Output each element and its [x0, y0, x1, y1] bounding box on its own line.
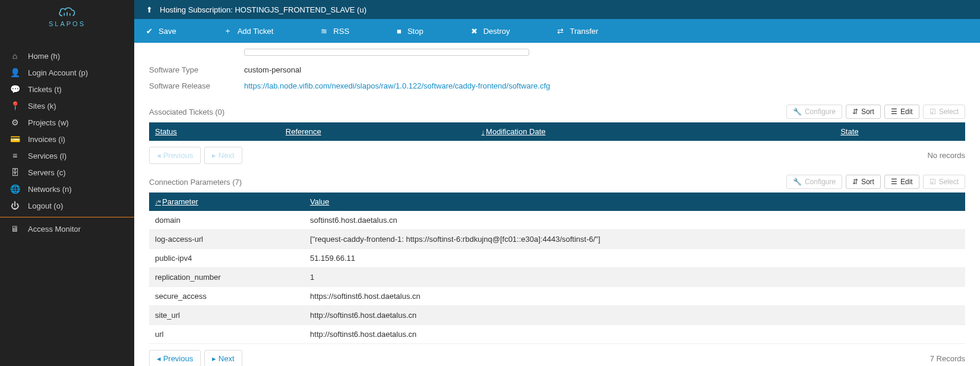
stop-button[interactable]: ■Stop	[397, 27, 423, 36]
check-icon: ☑	[930, 108, 936, 116]
param-value: http://softinst6.host.daetalus.cn	[304, 306, 965, 325]
software-release-link[interactable]: https://lab.node.vifib.com/nexedi/slapos…	[244, 81, 550, 90]
globe-icon: 🌐	[9, 184, 21, 194]
nav: ⌂Home (h) 👤Login Account (p) 💬Tickets (t…	[0, 33, 134, 237]
edit-button[interactable]: ☰Edit	[884, 105, 919, 119]
tickets-table: Status Reference Modification Date State	[149, 122, 965, 141]
page-title: Hosting Subscription: HOSTINGJS_FRONTEND…	[160, 5, 366, 14]
logo[interactable]: SLAPOS	[0, 0, 134, 33]
col-value[interactable]: Value	[310, 197, 329, 206]
params-header: Connection Parameters (7) 🔧Configure ⇵So…	[149, 175, 965, 189]
col-state[interactable]: State	[840, 127, 858, 136]
sort-desc-icon	[482, 127, 486, 136]
tickets-header: Associated Tickets (0) 🔧Configure ⇵Sort …	[149, 105, 965, 119]
previous-button: ◂ Previous	[149, 147, 201, 164]
sidebar-item-home[interactable]: ⌂Home (h)	[0, 48, 134, 64]
sort-button[interactable]: ⇵Sort	[846, 105, 881, 119]
table-row[interactable]: replication_number1	[149, 268, 965, 287]
nav-separator	[0, 217, 134, 217]
col-reference[interactable]: Reference	[286, 127, 321, 136]
list-icon: ☰	[891, 108, 897, 116]
sidebar-item-sites[interactable]: 📍Sites (k)	[0, 97, 134, 114]
wrench-icon: 🔧	[793, 178, 802, 186]
up-icon[interactable]: ⬆	[146, 5, 153, 14]
table-row[interactable]: domainsoftinst6.host.daetalus.cn	[149, 211, 965, 230]
param-value: https://softinst6.host.daetalus.cn	[304, 287, 965, 306]
table-row[interactable]: urlhttp://softinst6.host.daetalus.cn	[149, 325, 965, 344]
sidebar-item-invoices[interactable]: 💳Invoices (i)	[0, 131, 134, 147]
field-label: Software Release	[149, 81, 244, 90]
param-name: log-access-url	[149, 230, 304, 249]
records-text: 7 Records	[930, 354, 965, 363]
save-button[interactable]: ✔Save	[146, 27, 176, 36]
param-value: 1	[304, 268, 965, 287]
param-value: http://softinst6.host.daetalus.cn	[304, 325, 965, 344]
desktop-icon: 🖥	[9, 224, 21, 234]
select-button: ☑Select	[923, 175, 965, 189]
sort-icon: ⇵	[852, 178, 858, 186]
transfer-button[interactable]: ⇄Transfer	[557, 27, 598, 36]
configure-button: 🔧Configure	[786, 105, 842, 119]
sort-alpha-icon	[155, 197, 162, 206]
sidebar-item-monitor[interactable]: 🖥Access Monitor	[0, 220, 134, 237]
field-software-type: Software Type custom-personal	[149, 62, 965, 78]
rss-button[interactable]: ≋RSS	[321, 27, 349, 36]
sidebar: SLAPOS ⌂Home (h) 👤Login Account (p) 💬Tic…	[0, 0, 134, 366]
sidebar-item-services[interactable]: ≡Services (l)	[0, 147, 134, 164]
param-name: public-ipv4	[149, 249, 304, 268]
destroy-button[interactable]: ✖Destroy	[471, 27, 510, 36]
close-icon: ✖	[471, 27, 478, 36]
param-name: url	[149, 325, 304, 344]
table-row[interactable]: site_urlhttp://softinst6.host.daetalus.c…	[149, 306, 965, 325]
table-row[interactable]: public-ipv451.159.66.11	[149, 249, 965, 268]
actionbar: ✔Save ＋Add Ticket ≋RSS ■Stop ✖Destroy ⇄T…	[134, 19, 980, 43]
comment-icon: 💬	[9, 84, 21, 94]
cloud-icon	[58, 6, 77, 19]
wrench-icon: 🔧	[793, 108, 802, 116]
transfer-icon: ⇄	[557, 27, 564, 36]
sidebar-item-servers[interactable]: 🗄Servers (c)	[0, 164, 134, 181]
sidebar-item-login[interactable]: 👤Login Account (p)	[0, 64, 134, 81]
rss-icon: ≋	[321, 27, 327, 36]
no-records-text: No records	[927, 151, 965, 160]
params-table: Parameter Value domainsoftinst6.host.dae…	[149, 193, 965, 344]
param-name: replication_number	[149, 268, 304, 287]
sidebar-item-logout[interactable]: ⏻Logout (o)	[0, 197, 134, 214]
edit-button[interactable]: ☰Edit	[884, 175, 919, 189]
sitemap-icon: ⚙	[9, 118, 21, 127]
bars-icon: ≡	[9, 151, 21, 160]
section-title: Associated Tickets (0)	[149, 108, 225, 116]
table-row[interactable]: secure_accesshttps://softinst6.host.daet…	[149, 287, 965, 306]
main: ⬆ Hosting Subscription: HOSTINGJS_FRONTE…	[134, 0, 980, 366]
plus-icon: ＋	[224, 26, 232, 36]
field-label: Software Type	[149, 65, 244, 74]
table-row[interactable]: log-access-url["request-caddy-frontend-1…	[149, 230, 965, 249]
col-parameter[interactable]: Parameter	[162, 197, 198, 206]
next-button[interactable]: ▸ Next	[204, 350, 242, 366]
param-name: domain	[149, 211, 304, 230]
col-status[interactable]: Status	[155, 127, 177, 136]
sidebar-item-projects[interactable]: ⚙Projects (w)	[0, 114, 134, 131]
param-name: site_url	[149, 306, 304, 325]
add-ticket-button[interactable]: ＋Add Ticket	[224, 26, 274, 36]
sort-button[interactable]: ⇵Sort	[846, 175, 881, 189]
col-mod-date[interactable]: Modification Date	[486, 127, 545, 136]
brand-text: SLAPOS	[49, 20, 86, 27]
param-value: ["request-caddy-frontend-1: https://soft…	[304, 230, 965, 249]
textarea-input[interactable]	[244, 49, 529, 56]
power-icon: ⏻	[9, 201, 21, 210]
user-icon: 👤	[9, 68, 21, 77]
content: Software Type custom-personal Software R…	[134, 43, 980, 366]
field-value: custom-personal	[244, 65, 301, 74]
section-title: Connection Parameters (7)	[149, 178, 242, 187]
sidebar-item-networks[interactable]: 🌐Networks (n)	[0, 181, 134, 197]
titlebar: ⬆ Hosting Subscription: HOSTINGJS_FRONTE…	[134, 0, 980, 19]
param-name: secure_access	[149, 287, 304, 306]
previous-button[interactable]: ◂ Previous	[149, 350, 201, 366]
stop-icon: ■	[397, 27, 402, 36]
sidebar-item-tickets[interactable]: 💬Tickets (t)	[0, 81, 134, 97]
home-icon: ⌂	[9, 51, 21, 61]
list-icon: ☰	[891, 178, 897, 186]
marker-icon: 📍	[9, 101, 21, 111]
param-value: 51.159.66.11	[304, 249, 965, 268]
